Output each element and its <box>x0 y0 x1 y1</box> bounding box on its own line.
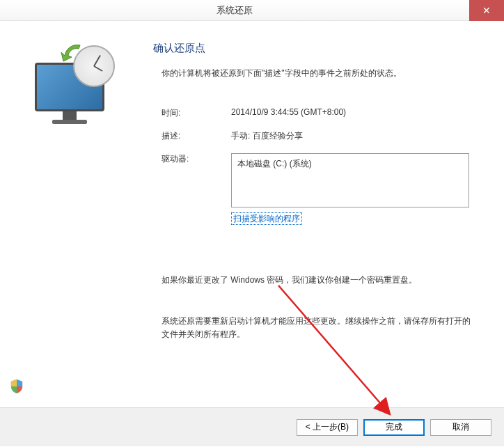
shield-icon <box>10 379 23 393</box>
page-heading: 确认还原点 <box>153 42 476 55</box>
time-label: 时间: <box>162 107 231 119</box>
drive-row: 驱动器: 本地磁盘 (C:) (系统) <box>162 153 476 207</box>
right-pane: 确认还原点 你的计算机将被还原到下面"描述"字段中的事件之前所处的状态。 时间:… <box>139 21 504 407</box>
button-bar: < 上一步(B) 完成 取消 <box>0 407 504 446</box>
content-area: 确认还原点 你的计算机将被还原到下面"描述"字段中的事件之前所处的状态。 时间:… <box>0 21 504 407</box>
system-restore-icon <box>24 42 115 125</box>
left-pane <box>0 21 139 407</box>
intro-text: 你的计算机将被还原到下面"描述"字段中的事件之前所处的状态。 <box>162 68 476 79</box>
finish-button[interactable]: 完成 <box>363 419 425 436</box>
desc-label: 描述: <box>162 130 231 142</box>
scan-affected-link[interactable]: 扫描受影响的程序 <box>231 212 302 225</box>
drive-label: 驱动器: <box>162 153 231 207</box>
close-button[interactable]: ✕ <box>469 0 504 21</box>
window-title: 系统还原 <box>0 4 469 17</box>
time-value: 2014/10/9 3:44:55 (GMT+8:00) <box>231 107 476 119</box>
drive-item[interactable]: 本地磁盘 (C:) (系统) <box>237 158 463 170</box>
password-note: 如果你最近更改了 Windows 密码，我们建议你创建一个密码重置盘。 <box>162 274 476 287</box>
titlebar: 系统还原 ✕ <box>0 0 504 21</box>
drive-listbox[interactable]: 本地磁盘 (C:) (系统) <box>231 153 469 207</box>
cancel-button[interactable]: 取消 <box>430 419 491 436</box>
restart-warning: 系统还原需要重新启动计算机才能应用这些更改。继续操作之前，请保存所有打开的文件并… <box>162 315 476 341</box>
desc-value: 手动: 百度经验分享 <box>231 130 476 142</box>
back-button[interactable]: < 上一步(B) <box>297 419 358 436</box>
desc-row: 描述: 手动: 百度经验分享 <box>162 130 476 142</box>
scan-link-row: 扫描受影响的程序 <box>231 213 476 225</box>
close-icon: ✕ <box>482 5 491 16</box>
time-row: 时间: 2014/10/9 3:44:55 (GMT+8:00) <box>162 107 476 119</box>
